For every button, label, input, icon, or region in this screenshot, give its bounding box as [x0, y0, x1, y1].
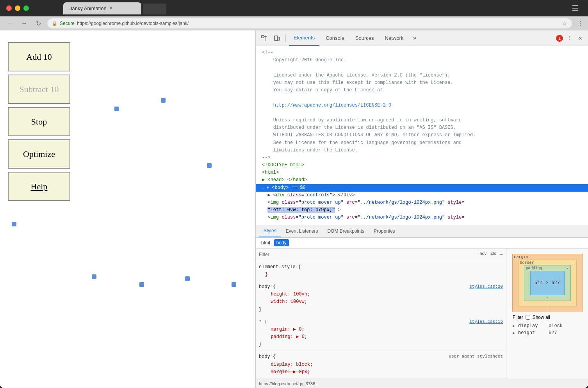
bookmark-icon[interactable]: ☆: [562, 20, 567, 27]
css-property: width: 100vw;: [259, 299, 307, 304]
add-button[interactable]: Add 10: [8, 42, 70, 71]
box-model-content: 514 × 627: [530, 271, 565, 295]
breadcrumb-body[interactable]: body: [274, 239, 289, 246]
show-all-label: Show all: [533, 315, 550, 320]
help-button[interactable]: Help: [8, 172, 70, 201]
blue-dot: [92, 274, 96, 279]
forward-button[interactable]: →: [19, 18, 30, 29]
filter-controls: :hov .cls +: [478, 251, 503, 258]
fullscreen-button[interactable]: [23, 5, 29, 11]
back-button[interactable]: ←: [5, 18, 16, 29]
devtools-close-button[interactable]: ✕: [576, 34, 585, 43]
svg-rect-4: [278, 37, 280, 40]
address-bar[interactable]: 🔒 Secure https://googlechrome.github.io/…: [47, 18, 572, 29]
html-line: Licensed under the Apache License, Versi…: [256, 72, 588, 79]
device-mode-icon[interactable]: [271, 33, 282, 44]
browser-window: Janky Animation × ☰ ← → ↻ 🔒 Secure https…: [0, 0, 588, 388]
computed-arrow[interactable]: ▶: [513, 324, 515, 328]
computed-filter: Filter Show all: [510, 312, 585, 322]
styles-left: :hov .cls + element.style { }: [256, 249, 506, 379]
tab-console[interactable]: Console: [321, 30, 349, 46]
html-view: <!-- Copyright 2016 Google Inc. Licensed…: [256, 46, 588, 225]
tab-close-button[interactable]: ×: [110, 5, 112, 11]
close-button[interactable]: [6, 5, 12, 11]
html-line: you may not use this file except in comp…: [256, 79, 588, 87]
computed-prop: display: [518, 323, 545, 329]
tab-styles[interactable]: Styles: [259, 225, 281, 237]
css-selector: body {: [259, 354, 276, 360]
margin-label: margin: [514, 255, 528, 259]
tab-properties[interactable]: Properties: [369, 225, 400, 237]
css-close-brace: }: [259, 272, 268, 277]
subtract-button[interactable]: Subtract 10: [8, 75, 70, 104]
blue-dot: [185, 276, 190, 281]
border-bottom-dash: -: [546, 301, 548, 305]
add-style-button[interactable]: +: [499, 251, 503, 258]
css-block-body: styles.css:20 body { height: 100vh; widt…: [256, 281, 506, 316]
breadcrumb-html[interactable]: html: [259, 239, 273, 246]
hov-toggle[interactable]: :hov: [478, 251, 486, 258]
more-tabs-button[interactable]: »: [410, 35, 420, 42]
css-block-star: styles.css:15 * { margin: ▶ 0; padding: …: [256, 316, 506, 351]
css-close-brace: }: [259, 307, 262, 312]
html-line-body-selected[interactable]: … ▼ <body> == $0: [256, 184, 588, 192]
devtools-content: <!-- Copyright 2016 Google Inc. Licensed…: [256, 46, 588, 379]
html-line: <!DOCTYPE html>: [256, 162, 588, 169]
blue-dot: [139, 282, 144, 287]
tab-network[interactable]: Network: [380, 30, 408, 46]
html-line: See the License for the specific languag…: [256, 139, 588, 147]
button-group: Add 10 Subtract 10 Stop Optimize Help: [8, 42, 248, 201]
margin-dash: -: [578, 255, 580, 259]
optimize-button[interactable]: Optimize: [8, 139, 70, 169]
css-property: margin: ▶ 0;: [259, 327, 305, 332]
html-line: Unless required by applicable law or agr…: [256, 117, 588, 124]
box-model-padding: padding - 514 × 627 -: [524, 265, 571, 301]
box-model-margin: margin - border - padding -: [512, 254, 583, 312]
tab-sources[interactable]: Sources: [351, 30, 379, 46]
status-url: https://blog.csdn.net/qq_3786...: [259, 381, 319, 386]
title-bar: Janky Animation × ☰: [0, 0, 588, 16]
css-property: padding: ▶ 0;: [259, 334, 307, 340]
css-close-brace: }: [259, 342, 262, 347]
css-source-link[interactable]: styles.css:15: [469, 319, 503, 326]
border-label: border: [520, 261, 534, 265]
blue-dot: [232, 282, 236, 287]
html-line: <img class="proto mover up" src="../netw…: [256, 214, 588, 221]
css-property: height: 100vh;: [259, 292, 310, 297]
chrome-menu-button[interactable]: ⋮: [577, 20, 583, 27]
tab-event-listeners[interactable]: Event Listeners: [281, 225, 323, 237]
cls-toggle[interactable]: .cls: [490, 251, 496, 258]
minimize-button[interactable]: [15, 5, 20, 11]
reload-button[interactable]: ↻: [33, 18, 44, 29]
element-picker-icon[interactable]: [259, 33, 270, 44]
styles-right: margin - border - padding -: [506, 249, 588, 379]
padding-dash: -: [566, 266, 568, 271]
styles-area: :hov .cls + element.style { }: [256, 249, 588, 379]
devtools-menu-button[interactable]: ⋮: [565, 34, 574, 43]
filter-input[interactable]: [259, 252, 475, 257]
html-line: "left: 0vw; top: 479px;" >: [256, 206, 588, 214]
bottom-tabs: Styles Event Listeners DOM Breakpoints P…: [256, 225, 588, 238]
show-all-checkbox[interactable]: [526, 315, 530, 320]
devtools-toggle-icon[interactable]: ☰: [572, 4, 582, 13]
tab-divider: [285, 34, 286, 42]
computed-val: 627: [549, 330, 557, 336]
css-source-link[interactable]: styles.css:20: [469, 283, 503, 290]
padding-bottom-dash: -: [546, 295, 548, 300]
blue-dot: [161, 98, 166, 103]
html-line: distributed under the License is distrib…: [256, 124, 588, 132]
content-area: Add 10 Subtract 10 Stop Optimize Help: [0, 30, 588, 388]
secure-label: Secure: [60, 21, 75, 26]
html-line: You may obtain a copy of the License at: [256, 87, 588, 94]
html-line: [256, 109, 588, 117]
new-tab-placeholder[interactable]: [143, 4, 166, 14]
css-selector: * {: [259, 319, 267, 325]
computed-arrow[interactable]: ▶: [513, 331, 515, 335]
tab-elements[interactable]: Elements: [289, 30, 319, 46]
blue-dot: [12, 222, 16, 226]
stop-button[interactable]: Stop: [8, 107, 70, 136]
computed-filter-label: Filter: [513, 315, 523, 320]
active-tab[interactable]: Janky Animation ×: [63, 2, 141, 14]
tab-bar: Janky Animation ×: [63, 2, 568, 14]
tab-dom-breakpoints[interactable]: DOM Breakpoints: [323, 225, 369, 237]
